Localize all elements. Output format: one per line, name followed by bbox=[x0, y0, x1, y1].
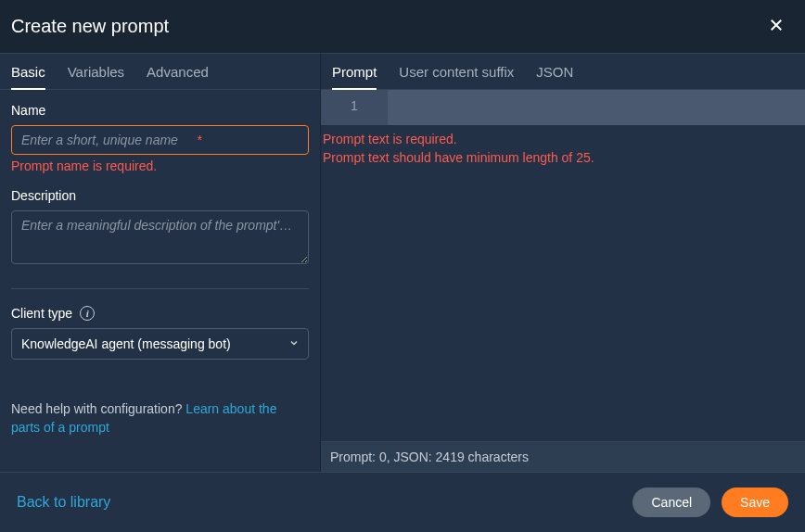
help-prefix: Need help with configuration? bbox=[11, 401, 185, 416]
client-type-label-text: Client type bbox=[11, 306, 72, 321]
editor-fill bbox=[321, 172, 805, 441]
modal-body: Basic Variables Advanced Name * Prompt n… bbox=[0, 53, 805, 472]
right-panel: Prompt User content suffix JSON 1 Prompt… bbox=[320, 53, 805, 472]
editor-code-area[interactable] bbox=[388, 90, 805, 125]
back-to-library-link[interactable]: Back to library bbox=[17, 494, 110, 511]
help-text: Need help with configuration? Learn abou… bbox=[11, 400, 309, 437]
client-type-select[interactable]: KnowledgeAI agent (messaging bot) bbox=[11, 328, 309, 360]
tab-user-content-suffix[interactable]: User content suffix bbox=[399, 54, 514, 90]
prompt-errors: Prompt text is required. Prompt text sho… bbox=[321, 125, 805, 172]
client-type-select-wrap: KnowledgeAI agent (messaging bot) bbox=[11, 328, 309, 360]
client-type-label: Client type i bbox=[11, 306, 309, 321]
save-button[interactable]: Save bbox=[722, 488, 788, 517]
description-label: Description bbox=[11, 188, 309, 203]
prompt-editor[interactable]: 1 bbox=[321, 90, 805, 125]
name-label: Name bbox=[11, 103, 309, 118]
tab-advanced[interactable]: Advanced bbox=[147, 54, 209, 90]
modal-footer: Back to library Cancel Save bbox=[0, 472, 805, 532]
right-tabs: Prompt User content suffix JSON bbox=[321, 54, 805, 90]
close-button[interactable] bbox=[764, 13, 788, 40]
tab-variables[interactable]: Variables bbox=[68, 54, 124, 90]
close-icon bbox=[768, 17, 785, 36]
modal-title: Create new prompt bbox=[11, 16, 169, 37]
tab-prompt[interactable]: Prompt bbox=[332, 54, 377, 90]
prompt-error-2: Prompt text should have minimum length o… bbox=[323, 149, 805, 168]
left-tabs: Basic Variables Advanced bbox=[0, 54, 320, 90]
name-error: Prompt name is required. bbox=[11, 158, 309, 173]
left-form: Name * Prompt name is required. Descript… bbox=[0, 90, 320, 472]
line-number: 1 bbox=[351, 98, 358, 113]
tab-basic[interactable]: Basic bbox=[11, 54, 45, 90]
modal-header: Create new prompt bbox=[0, 0, 805, 53]
info-icon[interactable]: i bbox=[80, 306, 95, 321]
prompt-error-1: Prompt text is required. bbox=[323, 131, 805, 149]
name-input-wrap: * bbox=[11, 125, 309, 155]
left-panel: Basic Variables Advanced Name * Prompt n… bbox=[0, 53, 320, 472]
footer-actions: Cancel Save bbox=[632, 488, 788, 517]
divider bbox=[11, 288, 309, 289]
editor-gutter: 1 bbox=[321, 90, 388, 125]
cancel-button[interactable]: Cancel bbox=[632, 488, 710, 517]
tab-json[interactable]: JSON bbox=[536, 54, 573, 90]
name-input[interactable] bbox=[11, 125, 309, 155]
editor-status-bar: Prompt: 0, JSON: 2419 characters bbox=[321, 441, 805, 472]
description-input[interactable] bbox=[11, 210, 309, 264]
